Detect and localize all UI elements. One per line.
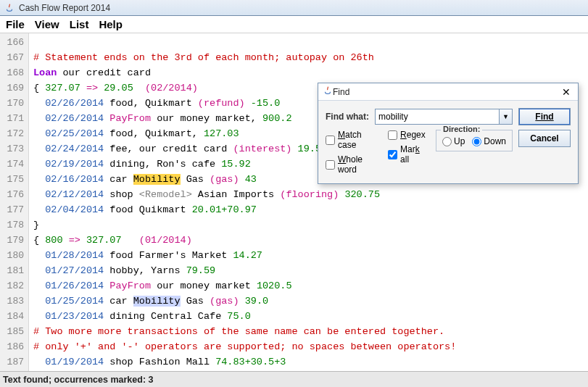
line-number: 172 (0, 126, 28, 141)
direction-group: Direction: Up Down (436, 130, 513, 151)
whole-word-checkbox[interactable]: Whole word (326, 154, 381, 175)
code-line[interactable]: } (33, 217, 588, 233)
line-number: 187 (0, 354, 28, 370)
line-number: 186 (0, 339, 28, 354)
line-number: 170 (0, 96, 28, 111)
match-case-checkbox[interactable]: Match case (326, 130, 381, 150)
line-number: 181 (0, 263, 28, 278)
code-line[interactable]: # Statement ends on the 3rd of each mont… (33, 50, 588, 65)
find-what-input[interactable] (375, 109, 500, 125)
line-number: 184 (0, 309, 28, 324)
direction-down-radio[interactable]: Down (472, 136, 506, 146)
menubar: File View List Help (0, 16, 588, 33)
java-icon (323, 86, 333, 98)
direction-legend: Direction: (441, 125, 482, 133)
line-number: 185 (0, 324, 28, 339)
close-icon[interactable]: ✕ (559, 86, 573, 98)
code-line[interactable]: 02/12/2014 shop <Remodel> Asian Imports … (33, 187, 588, 202)
chevron-down-icon[interactable]: ▼ (500, 109, 513, 125)
find-button[interactable]: Find (518, 108, 571, 125)
code-line[interactable]: 01/23/2014 dining Central Cafe 75.0 (33, 309, 588, 324)
code-line[interactable] (33, 35, 588, 50)
status-bar: Text found; occurrences marked: 3 (0, 371, 588, 387)
find-dialog-title: Find (333, 87, 559, 97)
code-line[interactable]: # only '+' and '-' operators are support… (33, 339, 588, 354)
code-line[interactable]: 01/26/2014 PayFrom our money market 1020… (33, 278, 588, 294)
line-number: 182 (0, 278, 28, 294)
line-number: 180 (0, 248, 28, 263)
code-line[interactable]: 01/27/2014 hobby, Yarns 79.59 (33, 263, 588, 278)
line-number: 178 (0, 217, 28, 233)
line-number: 168 (0, 65, 28, 80)
window-title: Cash Flow Report 2014 (19, 3, 110, 13)
line-number: 166 (0, 35, 28, 50)
status-text: Text found; occurrences marked: 3 (3, 375, 153, 385)
code-line[interactable]: { 800 => 327.07 (01/2014) (33, 233, 588, 248)
code-line[interactable]: Loan our credit card (33, 65, 588, 80)
line-number: 169 (0, 80, 28, 96)
regex-checkbox[interactable]: Regex (388, 130, 428, 140)
cancel-button[interactable]: Cancel (518, 130, 571, 147)
line-number: 177 (0, 202, 28, 217)
menu-file[interactable]: File (6, 18, 25, 30)
code-line[interactable]: 01/25/2014 car Mobility Gas (gas) 39.0 (33, 294, 588, 309)
line-number: 176 (0, 187, 28, 202)
line-number: 179 (0, 233, 28, 248)
java-icon (4, 3, 15, 13)
find-what-label: Find what: (326, 112, 369, 122)
line-number: 171 (0, 111, 28, 126)
line-number: 167 (0, 50, 28, 65)
line-number-gutter: 1661671681691701711721731741751761771781… (0, 33, 29, 371)
menu-list[interactable]: List (70, 18, 89, 30)
line-number: 183 (0, 294, 28, 309)
code-line[interactable]: 01/28/2014 food Farmer's Market 14.27 (33, 248, 588, 263)
find-dialog-titlebar: Find ✕ (318, 83, 578, 101)
find-dialog: Find ✕ Find what: ▼ Find Match case Whol… (318, 83, 579, 184)
code-line[interactable]: # Two more more transactions of the same… (33, 324, 588, 339)
find-what-combo: ▼ (375, 109, 513, 125)
menu-view[interactable]: View (35, 18, 59, 30)
code-line[interactable]: 01/19/2014 shop Fashion Mall 74.83+30.5+… (33, 354, 588, 370)
line-number: 173 (0, 141, 28, 157)
menu-help[interactable]: Help (99, 18, 123, 30)
line-number: 175 (0, 172, 28, 187)
mark-all-checkbox[interactable]: Mark all (388, 144, 428, 165)
line-number: 174 (0, 157, 28, 172)
code-line[interactable]: 02/04/2014 food Quikmart 20.01+70.97 (33, 202, 588, 217)
window-titlebar: Cash Flow Report 2014 (0, 0, 588, 16)
direction-up-radio[interactable]: Up (442, 136, 465, 146)
